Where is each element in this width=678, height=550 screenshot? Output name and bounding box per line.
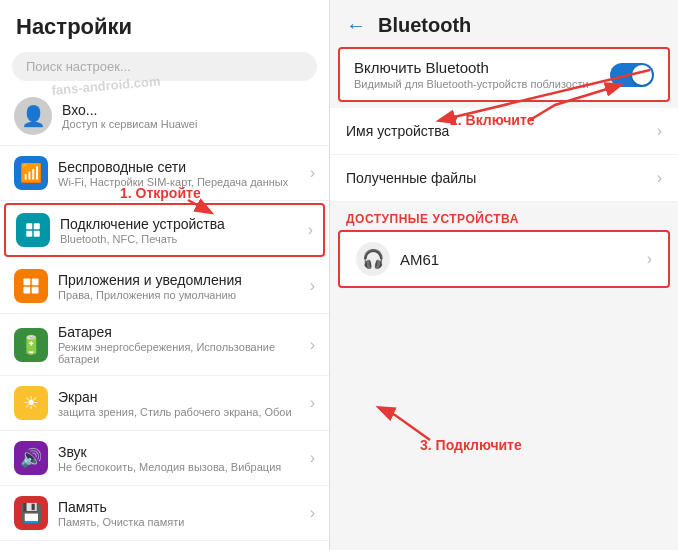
right-list-item-received-files[interactable]: Полученные файлы › — [330, 155, 678, 202]
device-am61-chevron: › — [647, 250, 652, 268]
device-connection-sub: Bluetooth, NFC, Печать — [60, 233, 225, 245]
settings-item-display[interactable]: ☀ Экран защита зрения, Стиль рабочего эк… — [0, 376, 329, 431]
wireless-sub: Wi-Fi, Настройки SIM-карт, Передача данн… — [58, 176, 288, 188]
storage-title: Память — [58, 499, 184, 515]
received-files-label: Полученные файлы — [346, 170, 657, 186]
wireless-chevron: › — [310, 164, 315, 182]
svg-rect-7 — [32, 287, 39, 294]
apps-sub: Права, Приложения по умолчанию — [58, 289, 242, 301]
svg-rect-2 — [26, 231, 32, 237]
sound-title: Звук — [58, 444, 281, 460]
battery-title: Батарея — [58, 324, 310, 340]
sound-chevron: › — [310, 449, 315, 467]
profile-text: Вхо... Доступ к сервисам Huawei — [62, 102, 197, 130]
device-name-chevron: › — [657, 122, 662, 140]
bt-toggle-section: Включить Bluetooth Видимый для Bluetooth… — [338, 47, 670, 102]
right-header: ← Bluetooth — [330, 0, 678, 47]
avatar: 👤 — [14, 97, 52, 135]
display-sub: защита зрения, Стиль рабочего экрана, Об… — [58, 406, 292, 418]
right-title: Bluetooth — [378, 14, 471, 37]
device-headphones-icon: 🎧 — [356, 242, 390, 276]
svg-rect-6 — [24, 287, 31, 294]
left-panel: Настройки Поиск настроек... 👤 Вхо... Дос… — [0, 0, 330, 550]
device-connection-chevron: › — [308, 221, 313, 239]
right-content: Включить Bluetooth Видимый для Bluetooth… — [330, 47, 678, 550]
display-icon: ☀ — [14, 386, 48, 420]
bt-toggle-switch[interactable] — [610, 63, 654, 87]
right-list-device-name-section: Имя устройства › Полученные файлы › — [330, 108, 678, 202]
settings-list: 📶 Беспроводные сети Wi-Fi, Настройки SIM… — [0, 146, 329, 550]
storage-chevron: › — [310, 504, 315, 522]
device-connection-title: Подключение устройства — [60, 216, 225, 232]
received-files-chevron: › — [657, 169, 662, 187]
settings-item-apps[interactable]: Приложения и уведомления Права, Приложен… — [0, 259, 329, 314]
apps-icon — [14, 269, 48, 303]
svg-rect-1 — [34, 223, 40, 229]
display-title: Экран — [58, 389, 292, 405]
svg-rect-0 — [26, 223, 32, 229]
back-arrow[interactable]: ← — [346, 14, 366, 37]
device-row-am61[interactable]: 🎧 AM61 › — [338, 230, 670, 288]
settings-title: Настройки — [0, 0, 329, 48]
settings-item-sound[interactable]: 🔊 Звук Не беспокоить, Мелодия вызова, Ви… — [0, 431, 329, 486]
battery-icon: 🔋 — [14, 328, 48, 362]
svg-rect-5 — [32, 279, 39, 286]
settings-item-device-connection[interactable]: Подключение устройства Bluetooth, NFC, П… — [4, 203, 325, 257]
bt-toggle-label: Включить Bluetooth — [354, 59, 589, 76]
sound-sub: Не беспокоить, Мелодия вызова, Вибрация — [58, 461, 281, 473]
sound-icon: 🔊 — [14, 441, 48, 475]
wireless-icon: 📶 — [14, 156, 48, 190]
search-bar[interactable]: Поиск настроек... — [12, 52, 317, 81]
display-chevron: › — [310, 394, 315, 412]
right-list-item-device-name[interactable]: Имя устройства › — [330, 108, 678, 155]
section-header-available-devices: ДОСТУПНЫЕ УСТРОЙСТВА — [330, 202, 678, 230]
bt-toggle-row: Включить Bluetooth Видимый для Bluetooth… — [354, 59, 654, 90]
bt-toggle-sub: Видимый для Bluetooth-устройств поблизос… — [354, 78, 589, 90]
apps-title: Приложения и уведомления — [58, 272, 242, 288]
settings-item-battery[interactable]: 🔋 Батарея Режим энергосбережения, Исполь… — [0, 314, 329, 376]
battery-chevron: › — [310, 336, 315, 354]
settings-item-storage[interactable]: 💾 Память Память, Очистка памяти › — [0, 486, 329, 541]
profile-sub: Доступ к сервисам Huawei — [62, 118, 197, 130]
apps-chevron: › — [310, 277, 315, 295]
svg-rect-4 — [24, 279, 31, 286]
settings-item-wireless[interactable]: 📶 Беспроводные сети Wi-Fi, Настройки SIM… — [0, 146, 329, 201]
storage-icon: 💾 — [14, 496, 48, 530]
battery-sub: Режим энергосбережения, Использование ба… — [58, 341, 310, 365]
profile-row[interactable]: 👤 Вхо... Доступ к сервисам Huawei — [0, 89, 329, 146]
right-panel: ← Bluetooth Включить Bluetooth Видимый д… — [330, 0, 678, 550]
svg-rect-3 — [34, 231, 40, 237]
storage-sub: Память, Очистка памяти — [58, 516, 184, 528]
search-placeholder: Поиск настроек... — [26, 59, 131, 74]
device-connection-icon — [16, 213, 50, 247]
profile-name: Вхо... — [62, 102, 197, 118]
wireless-title: Беспроводные сети — [58, 159, 288, 175]
device-name-am61: AM61 — [400, 251, 647, 268]
device-name-label: Имя устройства — [346, 123, 657, 139]
